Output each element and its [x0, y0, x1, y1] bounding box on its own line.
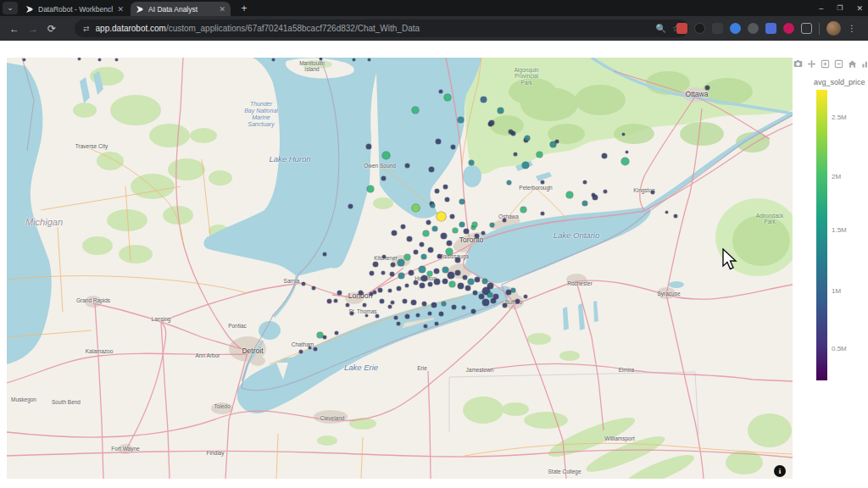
map-data-point[interactable] [447, 241, 452, 246]
map-data-point[interactable] [522, 162, 529, 169]
map-data-point[interactable] [401, 225, 405, 229]
map-canvas[interactable]: MichiganLake HuronLake OntarioLake ErieT… [7, 58, 793, 479]
map-data-point[interactable] [442, 267, 448, 273]
pan-icon[interactable] [807, 59, 816, 69]
map-data-point[interactable] [479, 294, 484, 299]
map-data-point[interactable] [448, 272, 454, 279]
map-data-point[interactable] [373, 262, 378, 267]
map-data-point[interactable] [449, 281, 455, 287]
map-data-point[interactable] [541, 212, 544, 215]
map-data-point[interactable] [359, 291, 363, 295]
map-data-point[interactable] [602, 153, 607, 158]
map-data-point[interactable] [455, 270, 460, 275]
map-data-point[interactable] [482, 279, 487, 284]
map-data-point[interactable] [397, 286, 401, 291]
map-data-point[interactable] [428, 247, 433, 252]
map-data-point[interactable] [391, 301, 394, 304]
map-data-point[interactable] [489, 120, 494, 125]
map-data-point[interactable] [464, 229, 469, 234]
forward-icon[interactable]: → [24, 23, 42, 35]
map-data-point[interactable] [405, 284, 409, 287]
map-data-point[interactable] [444, 94, 451, 101]
map-data-point[interactable] [442, 279, 448, 284]
map-data-point[interactable] [370, 271, 374, 275]
map-data-point[interactable] [382, 152, 390, 159]
map-data-point[interactable] [380, 299, 384, 303]
map-data-point[interactable] [453, 228, 458, 233]
map-data-point[interactable] [421, 254, 426, 259]
map-data-point[interactable] [378, 288, 382, 292]
map-data-point[interactable] [490, 223, 494, 227]
zoom-page-icon[interactable]: 🔍 [656, 24, 666, 33]
map-data-point[interactable] [622, 133, 625, 136]
camera-icon[interactable] [793, 59, 803, 69]
map-data-point[interactable] [435, 189, 439, 193]
map-data-point[interactable] [350, 312, 353, 315]
map-data-point[interactable] [462, 306, 465, 309]
map-data-point[interactable] [411, 300, 416, 305]
map-data-point[interactable] [98, 58, 101, 61]
map-data-point[interactable] [432, 226, 437, 231]
map-data-point[interactable] [455, 258, 460, 263]
map-data-point[interactable] [439, 312, 443, 316]
map-data-point[interactable] [452, 305, 456, 309]
map-data-point[interactable] [115, 58, 118, 61]
map-data-point[interactable] [705, 86, 709, 90]
url-bar[interactable]: ⇄ app.datarobot.com/custom_applications/… [75, 19, 688, 37]
reset-view-home-icon[interactable] [848, 59, 857, 69]
map-data-point[interactable] [482, 299, 489, 306]
chevron-down-icon[interactable]: ⌄ [3, 2, 18, 14]
map-data-point[interactable] [365, 314, 368, 317]
map-data-point[interactable] [405, 164, 409, 168]
map-data-point[interactable] [604, 190, 607, 193]
map-data-point[interactable] [382, 255, 386, 258]
map-data-point[interactable] [353, 58, 355, 61]
map-data-point[interactable] [428, 282, 432, 286]
blue-badge-extension-icon[interactable] [765, 23, 776, 34]
map-data-point[interactable] [381, 271, 385, 274]
map-data-point[interactable] [626, 151, 628, 153]
map-data-point[interactable] [314, 347, 317, 351]
map-data-point[interactable] [514, 152, 517, 156]
map-data-point[interactable] [388, 289, 392, 292]
map-data-point[interactable] [388, 305, 392, 308]
map-data-point[interactable] [272, 58, 275, 61]
map-data-point[interactable] [327, 299, 331, 303]
close-window-icon[interactable]: ✕ [856, 4, 863, 13]
map-data-point[interactable] [421, 275, 427, 281]
attribution-info-icon[interactable]: i [774, 465, 786, 477]
map-data-point[interactable] [299, 350, 303, 353]
map-data-point[interactable] [416, 313, 420, 317]
map-data-point[interactable] [405, 314, 409, 319]
browser-menu-icon[interactable]: ⋮ [848, 24, 856, 33]
map-data-point[interactable] [431, 203, 435, 208]
tab-datarobot-workbench[interactable]: DataRobot - Workbench - Tem ✕ [20, 2, 129, 16]
map-data-point[interactable] [566, 191, 573, 198]
map-data-point[interactable] [465, 286, 470, 291]
map-data-point[interactable] [323, 336, 326, 339]
map-data-point[interactable] [414, 280, 418, 285]
map-data-point[interactable] [515, 299, 520, 303]
map-data-point[interactable] [451, 145, 455, 149]
plotly-logo-icon[interactable] [861, 59, 868, 69]
map-data-point[interactable] [472, 222, 477, 227]
map-data-point[interactable] [334, 299, 337, 302]
camera-extension-icon[interactable] [712, 23, 723, 34]
map-data-point[interactable] [511, 288, 515, 292]
map-data-point[interactable] [320, 58, 322, 60]
map-data-point[interactable] [507, 180, 511, 185]
map-data-point[interactable] [450, 214, 454, 219]
map-data-point[interactable] [397, 322, 400, 325]
map-data-point[interactable] [463, 275, 467, 280]
map-data-point[interactable] [404, 254, 410, 260]
puzzle-extensions-icon[interactable] [801, 23, 812, 34]
back-icon[interactable]: ← [5, 23, 24, 35]
dark-circle-extension-icon[interactable] [694, 23, 705, 34]
blue-dot-extension-icon[interactable] [730, 23, 741, 34]
zoom-in-icon[interactable] [821, 59, 830, 69]
map-data-point[interactable] [78, 58, 81, 60]
map-data-point[interactable] [423, 230, 429, 236]
map-data-point[interactable] [373, 291, 376, 294]
map-data-point[interactable] [412, 204, 420, 212]
map-data-point[interactable] [583, 180, 587, 184]
